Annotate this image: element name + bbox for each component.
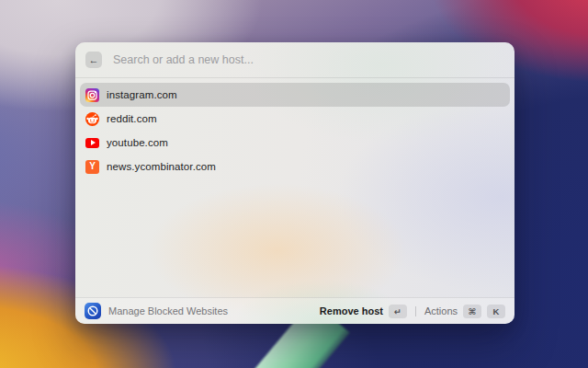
host-list: instagram.com reddit.com: [75, 78, 514, 183]
search-input[interactable]: [111, 52, 504, 67]
footer-divider: [415, 306, 416, 316]
host-row-instagram[interactable]: instagram.com: [80, 83, 510, 107]
desktop: { "window": { "search": { "placeholder":…: [0, 0, 588, 368]
empty-results-area: [75, 183, 514, 297]
host-row-ycombinator[interactable]: Y news.ycombinator.com: [80, 155, 510, 178]
host-label: news.ycombinator.com: [107, 161, 216, 172]
search-header: ←: [75, 42, 514, 78]
raycast-window: ← instagram.com: [75, 42, 514, 324]
back-button[interactable]: ←: [85, 52, 102, 68]
k-key-icon: K: [487, 305, 505, 318]
back-arrow-icon: ←: [89, 54, 99, 65]
youtube-icon: [85, 136, 99, 150]
footer-app-title: Manage Blocked Websites: [108, 305, 228, 316]
instagram-icon: [85, 88, 99, 102]
remove-host-label: Remove host: [320, 305, 383, 316]
remove-host-button[interactable]: Remove host ↵: [320, 305, 407, 318]
footer-bar: Manage Blocked Websites Remove host ↵ Ac…: [75, 297, 514, 324]
host-row-reddit[interactable]: reddit.com: [80, 107, 510, 131]
actions-label: Actions: [424, 305, 458, 316]
cmd-key-icon: ⌘: [463, 305, 481, 318]
host-label: instagram.com: [107, 89, 177, 100]
host-label: reddit.com: [107, 113, 157, 124]
footer-actions: Remove host ↵ Actions ⌘ K: [320, 305, 505, 318]
ycombinator-y-glyph: Y: [89, 162, 96, 171]
return-key-icon: ↵: [389, 305, 407, 318]
reddit-icon: [85, 112, 99, 126]
host-row-youtube[interactable]: youtube.com: [80, 131, 510, 155]
ycombinator-icon: Y: [85, 160, 99, 174]
actions-button[interactable]: Actions ⌘ K: [424, 305, 505, 318]
blocked-websites-app-icon: [85, 303, 101, 319]
host-label: youtube.com: [107, 137, 168, 148]
